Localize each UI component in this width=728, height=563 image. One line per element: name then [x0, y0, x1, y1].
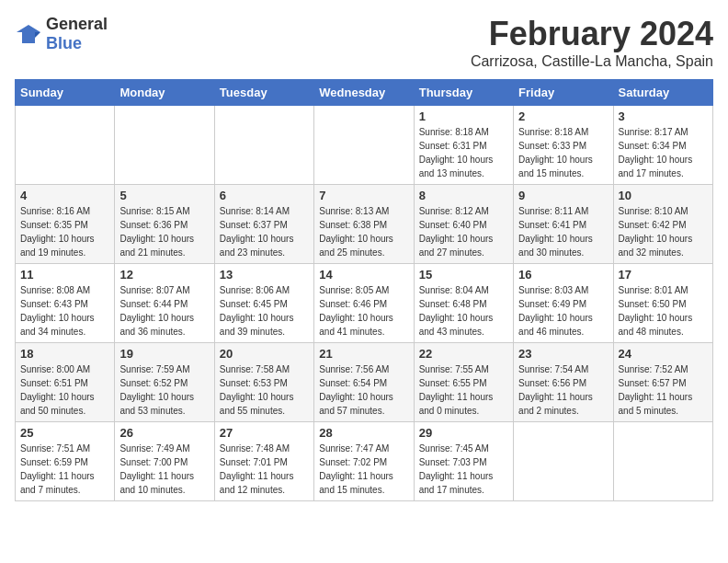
day-number: 1 — [419, 109, 508, 123]
day-cell — [214, 106, 313, 185]
day-number: 17 — [619, 268, 708, 282]
day-number: 20 — [220, 347, 309, 361]
header-monday: Monday — [115, 80, 214, 106]
day-cell — [514, 422, 613, 501]
calendar-body: 1Sunrise: 8:18 AM Sunset: 6:31 PM Daylig… — [16, 106, 713, 501]
day-number: 23 — [518, 347, 608, 361]
logo-general: General — [46, 15, 108, 33]
day-info: Sunrise: 8:17 AM Sunset: 6:34 PM Dayligh… — [619, 125, 708, 180]
day-info: Sunrise: 7:55 AM Sunset: 6:55 PM Dayligh… — [419, 362, 508, 418]
day-info: Sunrise: 8:00 AM Sunset: 6:51 PM Dayligh… — [20, 362, 109, 418]
title-area: February 2024 Carrizosa, Castille-La Man… — [471, 15, 713, 70]
week-row-2: 4Sunrise: 8:16 AM Sunset: 6:35 PM Daylig… — [16, 185, 713, 264]
day-cell: 1Sunrise: 8:18 AM Sunset: 6:31 PM Daylig… — [414, 106, 513, 185]
day-info: Sunrise: 8:03 AM Sunset: 6:49 PM Dayligh… — [518, 283, 608, 339]
day-info: Sunrise: 8:15 AM Sunset: 6:36 PM Dayligh… — [119, 204, 209, 259]
day-info: Sunrise: 7:52 AM Sunset: 6:57 PM Dayligh… — [619, 362, 708, 418]
day-info: Sunrise: 7:59 AM Sunset: 6:52 PM Dayligh… — [119, 362, 209, 418]
day-info: Sunrise: 8:18 AM Sunset: 6:31 PM Dayligh… — [419, 125, 508, 180]
day-cell: 2Sunrise: 8:18 AM Sunset: 6:33 PM Daylig… — [514, 106, 613, 185]
day-number: 4 — [20, 189, 109, 202]
week-row-5: 25Sunrise: 7:51 AM Sunset: 6:59 PM Dayli… — [16, 422, 713, 501]
day-cell: 27Sunrise: 7:48 AM Sunset: 7:01 PM Dayli… — [214, 422, 313, 501]
day-info: Sunrise: 8:06 AM Sunset: 6:45 PM Dayligh… — [220, 283, 309, 339]
header-wednesday: Wednesday — [314, 80, 414, 106]
header-sunday: Sunday — [16, 80, 115, 106]
day-cell: 26Sunrise: 7:49 AM Sunset: 7:00 PM Dayli… — [115, 422, 214, 501]
day-info: Sunrise: 8:16 AM Sunset: 6:35 PM Dayligh… — [20, 204, 109, 259]
day-number: 19 — [119, 347, 209, 361]
day-cell: 10Sunrise: 8:10 AM Sunset: 6:42 PM Dayli… — [613, 185, 712, 264]
day-number: 3 — [619, 109, 708, 123]
day-cell: 11Sunrise: 8:08 AM Sunset: 6:43 PM Dayli… — [16, 264, 115, 343]
day-info: Sunrise: 7:48 AM Sunset: 7:01 PM Dayligh… — [220, 442, 309, 497]
logo-icon — [15, 23, 42, 45]
day-info: Sunrise: 8:10 AM Sunset: 6:42 PM Dayligh… — [619, 204, 708, 259]
day-cell: 14Sunrise: 8:05 AM Sunset: 6:46 PM Dayli… — [314, 264, 414, 343]
header-friday: Friday — [514, 80, 613, 106]
day-cell: 25Sunrise: 7:51 AM Sunset: 6:59 PM Dayli… — [16, 422, 115, 501]
day-info: Sunrise: 7:58 AM Sunset: 6:53 PM Dayligh… — [220, 362, 309, 418]
day-number: 28 — [319, 426, 408, 440]
day-cell: 19Sunrise: 7:59 AM Sunset: 6:52 PM Dayli… — [115, 343, 214, 422]
day-cell: 4Sunrise: 8:16 AM Sunset: 6:35 PM Daylig… — [16, 185, 115, 264]
day-number: 5 — [119, 189, 209, 202]
day-info: Sunrise: 8:07 AM Sunset: 6:44 PM Dayligh… — [119, 283, 209, 339]
day-info: Sunrise: 8:05 AM Sunset: 6:46 PM Dayligh… — [319, 283, 408, 339]
day-info: Sunrise: 8:12 AM Sunset: 6:40 PM Dayligh… — [419, 204, 508, 259]
day-number: 24 — [619, 347, 708, 361]
day-number: 29 — [419, 426, 508, 440]
day-number: 27 — [220, 426, 309, 440]
day-number: 16 — [518, 268, 608, 282]
subtitle: Carrizosa, Castille-La Mancha, Spain — [471, 53, 713, 70]
day-info: Sunrise: 8:14 AM Sunset: 6:37 PM Dayligh… — [220, 204, 309, 259]
day-info: Sunrise: 7:47 AM Sunset: 7:02 PM Dayligh… — [319, 442, 408, 497]
day-info: Sunrise: 7:49 AM Sunset: 7:00 PM Dayligh… — [119, 442, 209, 497]
day-number: 8 — [419, 189, 508, 202]
day-number: 21 — [319, 347, 408, 361]
day-cell: 20Sunrise: 7:58 AM Sunset: 6:53 PM Dayli… — [214, 343, 313, 422]
day-info: Sunrise: 7:45 AM Sunset: 7:03 PM Dayligh… — [419, 442, 508, 497]
day-cell: 15Sunrise: 8:04 AM Sunset: 6:48 PM Dayli… — [414, 264, 513, 343]
week-row-4: 18Sunrise: 8:00 AM Sunset: 6:51 PM Dayli… — [16, 343, 713, 422]
day-cell: 28Sunrise: 7:47 AM Sunset: 7:02 PM Dayli… — [314, 422, 414, 501]
day-info: Sunrise: 7:56 AM Sunset: 6:54 PM Dayligh… — [319, 362, 408, 418]
day-info: Sunrise: 7:54 AM Sunset: 6:56 PM Dayligh… — [518, 362, 608, 418]
day-number: 25 — [20, 426, 109, 440]
day-number: 22 — [419, 347, 508, 361]
day-info: Sunrise: 8:04 AM Sunset: 6:48 PM Dayligh… — [419, 283, 508, 339]
day-number: 13 — [220, 268, 309, 282]
day-number: 9 — [518, 189, 608, 202]
day-cell: 18Sunrise: 8:00 AM Sunset: 6:51 PM Dayli… — [16, 343, 115, 422]
day-info: Sunrise: 8:08 AM Sunset: 6:43 PM Dayligh… — [20, 283, 109, 339]
day-cell: 3Sunrise: 8:17 AM Sunset: 6:34 PM Daylig… — [613, 106, 712, 185]
header-tuesday: Tuesday — [214, 80, 313, 106]
day-info: Sunrise: 8:13 AM Sunset: 6:38 PM Dayligh… — [319, 204, 408, 259]
day-number: 2 — [518, 109, 608, 123]
day-cell: 23Sunrise: 7:54 AM Sunset: 6:56 PM Dayli… — [514, 343, 613, 422]
day-number: 6 — [220, 189, 309, 202]
day-number: 18 — [20, 347, 109, 361]
day-number: 11 — [20, 268, 109, 282]
logo-text: General Blue — [46, 15, 108, 53]
header: General Blue February 2024 Carrizosa, Ca… — [15, 15, 713, 70]
day-cell: 7Sunrise: 8:13 AM Sunset: 6:38 PM Daylig… — [314, 185, 414, 264]
day-info: Sunrise: 8:11 AM Sunset: 6:41 PM Dayligh… — [518, 204, 608, 259]
header-thursday: Thursday — [414, 80, 513, 106]
svg-marker-1 — [35, 32, 40, 38]
week-row-1: 1Sunrise: 8:18 AM Sunset: 6:31 PM Daylig… — [16, 106, 713, 185]
day-cell: 13Sunrise: 8:06 AM Sunset: 6:45 PM Dayli… — [214, 264, 313, 343]
header-row: SundayMondayTuesdayWednesdayThursdayFrid… — [16, 80, 713, 106]
day-cell: 12Sunrise: 8:07 AM Sunset: 6:44 PM Dayli… — [115, 264, 214, 343]
day-number: 7 — [319, 189, 408, 202]
day-number: 15 — [419, 268, 508, 282]
logo: General Blue — [15, 15, 108, 53]
day-number: 10 — [619, 189, 708, 202]
day-cell: 6Sunrise: 8:14 AM Sunset: 6:37 PM Daylig… — [214, 185, 313, 264]
day-info: Sunrise: 8:18 AM Sunset: 6:33 PM Dayligh… — [518, 125, 608, 180]
day-cell: 8Sunrise: 8:12 AM Sunset: 6:40 PM Daylig… — [414, 185, 513, 264]
day-number: 26 — [119, 426, 209, 440]
day-cell — [115, 106, 214, 185]
main-title: February 2024 — [471, 15, 713, 53]
day-cell: 22Sunrise: 7:55 AM Sunset: 6:55 PM Dayli… — [414, 343, 513, 422]
